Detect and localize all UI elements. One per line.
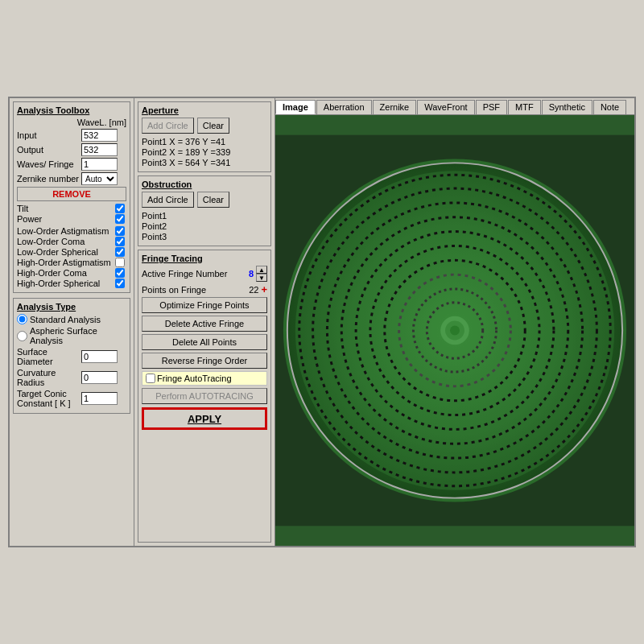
analysis-toolbox-section: Analysis Toolbox WaveL. [nm] Input Outpu…	[13, 101, 130, 293]
plus-icon: +	[261, 283, 267, 295]
low-coma-row: Low-Order Coma	[17, 237, 126, 246]
aperture-clear-button[interactable]: Clear	[197, 118, 229, 134]
active-fringe-up-button[interactable]: ▲	[256, 266, 267, 274]
aperture-point3: Point3 X = 564 Y =341	[142, 158, 267, 167]
tab-synthetic[interactable]: Synthetic	[542, 100, 592, 114]
power-row: Power	[17, 214, 126, 224]
zernike-select[interactable]: Auto 36	[81, 172, 118, 185]
standard-radio-row: Standard Analysis	[17, 314, 126, 324]
points-fringe-value: 22	[249, 285, 258, 295]
waves-fringe-row: Waves/ Fringe	[17, 158, 126, 171]
wavel-label: WaveL. [nm]	[77, 118, 126, 127]
waves-fringe-label: Waves/ Fringe	[17, 159, 81, 169]
aspheric-radio-row: Aspheric Surface Analysis	[17, 326, 126, 345]
power-label: Power	[17, 214, 115, 224]
tab-image[interactable]: Image	[275, 100, 316, 114]
middle-panel: Aperture Add Circle Clear Point1 X = 376…	[134, 98, 275, 546]
fringe-image	[275, 115, 634, 546]
tab-aberration[interactable]: Aberration	[316, 100, 372, 114]
analysis-type-section: Analysis Type Standard Analysis Aspheric…	[13, 298, 130, 414]
active-fringe-row: Active Fringe Number 8 ▲ ▼	[142, 266, 267, 282]
tab-psf[interactable]: PSF	[476, 100, 507, 114]
low-astigmatism-row: Low-Order Astigmatism	[17, 226, 126, 236]
waves-fringe-field[interactable]	[81, 158, 118, 171]
target-conic-field[interactable]	[81, 392, 118, 405]
tilt-checkbox[interactable]	[115, 204, 125, 213]
autotracing-label: Fringe AutoTracing	[157, 374, 232, 383]
obstruction-section: Obstruction Add Circle Clear Point1 Poin…	[138, 175, 271, 246]
reverse-fringe-button[interactable]: Reverse Fringe Order	[142, 353, 267, 369]
power-checkbox[interactable]	[115, 214, 125, 224]
active-fringe-label: Active Fringe Number	[142, 269, 246, 279]
high-spherical-row: High-Order Spherical	[17, 279, 126, 288]
analysis-type-title: Analysis Type	[17, 302, 126, 312]
obstruction-point1: Point1	[142, 211, 267, 221]
input-field[interactable]	[81, 129, 118, 142]
output-field[interactable]	[81, 143, 118, 156]
wavel-header: WaveL. [nm]	[17, 118, 126, 127]
analysis-toolbox-title: Analysis Toolbox	[17, 105, 126, 115]
obstruction-point2: Point2	[142, 221, 267, 231]
curvature-radius-row: Curvature Radius	[17, 368, 126, 387]
output-row: Output	[17, 143, 126, 156]
curvature-radius-field[interactable]	[81, 371, 118, 384]
remove-button[interactable]: REMOVE	[17, 187, 126, 201]
aspheric-radio[interactable]	[17, 331, 27, 341]
target-conic-label: Target Conic Constant [ K ]	[17, 389, 81, 408]
low-spherical-row: Low-Order Spherical	[17, 247, 126, 257]
zernike-row: Zernike number Auto 36	[17, 172, 126, 185]
perform-autotracing-button[interactable]: Perform AUTOTRACING	[142, 388, 267, 404]
points-fringe-label: Points on Fringe	[142, 285, 249, 295]
active-fringe-down-button[interactable]: ▼	[256, 274, 267, 282]
points-fringe-row: Points on Fringe 22 +	[142, 283, 267, 295]
high-coma-row: High-Order Coma	[17, 268, 126, 278]
low-coma-checkbox[interactable]	[115, 237, 125, 246]
zernike-label: Zernike number	[17, 174, 81, 184]
tabs-row: Image Aberration Zernike WaveFront PSF M…	[275, 98, 634, 115]
apply-button[interactable]: APPLY	[142, 407, 267, 430]
high-astigmatism-checkbox[interactable]	[115, 258, 125, 267]
aperture-add-circle-button[interactable]: Add Circle	[142, 118, 194, 134]
right-panel: Image Aberration Zernike WaveFront PSF M…	[275, 98, 634, 546]
obstruction-add-circle-button[interactable]: Add Circle	[142, 192, 194, 208]
active-fringe-value: 8	[249, 269, 254, 279]
fringe-title: Fringe Tracing	[142, 254, 267, 263]
standard-radio[interactable]	[17, 314, 27, 324]
output-label: Output	[17, 145, 81, 155]
high-coma-label: High-Order Coma	[17, 268, 115, 278]
surface-diameter-field[interactable]	[81, 350, 118, 363]
target-conic-row: Target Conic Constant [ K ]	[17, 389, 126, 408]
autotracing-checkbox[interactable]	[146, 374, 155, 383]
aperture-point1: Point1 X = 376 Y =41	[142, 137, 267, 147]
aperture-btn-row: Add Circle Clear	[142, 118, 267, 134]
aspheric-label: Aspheric Surface Analysis	[30, 326, 126, 345]
obstruction-clear-button[interactable]: Clear	[197, 192, 229, 208]
fringe-tracing-section: Fringe Tracing Active Fringe Number 8 ▲ …	[138, 250, 271, 543]
aperture-title: Aperture	[142, 105, 267, 115]
svg-point-16	[450, 326, 460, 336]
active-fringe-arrows: ▲ ▼	[256, 266, 267, 282]
tab-zernike[interactable]: Zernike	[373, 100, 417, 114]
obstruction-title: Obstruction	[142, 180, 267, 189]
low-astigmatism-label: Low-Order Astigmatism	[17, 226, 115, 236]
tab-wavefront[interactable]: WaveFront	[417, 100, 474, 114]
main-window: Analysis Toolbox WaveL. [nm] Input Outpu…	[8, 97, 636, 547]
tab-mtf[interactable]: MTF	[508, 100, 541, 114]
optimize-fringe-button[interactable]: Optimize Fringe Points	[142, 297, 267, 313]
tab-note[interactable]: Note	[593, 100, 626, 114]
surface-diameter-row: Surface Diameter	[17, 347, 126, 366]
tilt-label: Tilt	[17, 204, 115, 213]
low-coma-label: Low-Order Coma	[17, 237, 115, 246]
low-spherical-checkbox[interactable]	[115, 247, 125, 257]
low-spherical-label: Low-Order Spherical	[17, 247, 115, 257]
high-coma-checkbox[interactable]	[115, 268, 125, 278]
high-spherical-checkbox[interactable]	[115, 279, 125, 288]
tilt-row: Tilt	[17, 204, 126, 213]
delete-active-fringe-button[interactable]: Delete Active Fringe	[142, 316, 267, 332]
obstruction-point3: Point3	[142, 232, 267, 242]
high-astigmatism-label: High-Order Astigmatism	[17, 258, 115, 267]
low-astigmatism-checkbox[interactable]	[115, 226, 125, 236]
surface-diameter-label: Surface Diameter	[17, 347, 81, 366]
delete-all-points-button[interactable]: Delete All Points	[142, 334, 267, 350]
high-spherical-label: High-Order Spherical	[17, 279, 115, 288]
